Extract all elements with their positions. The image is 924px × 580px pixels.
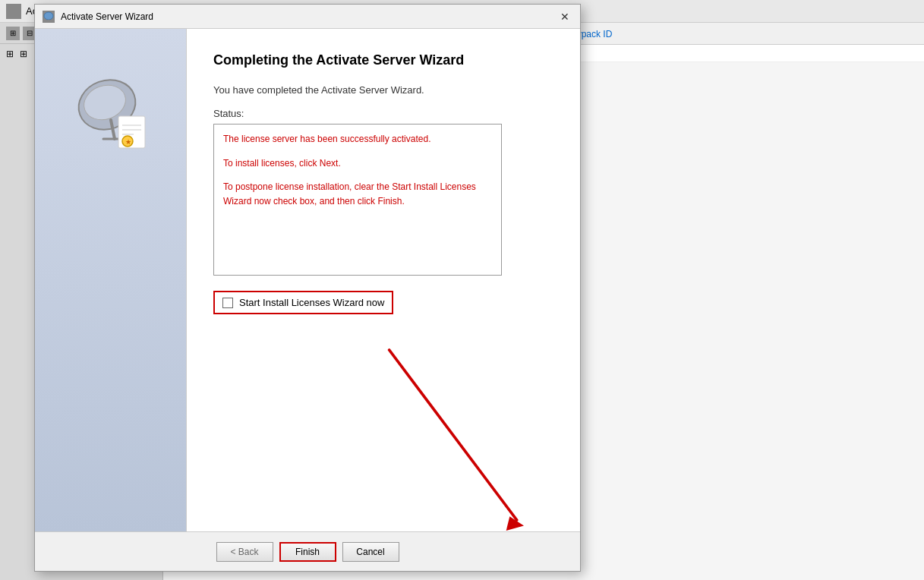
- back-button[interactable]: < Back: [216, 542, 273, 562]
- start-wizard-checkbox[interactable]: [222, 298, 233, 308]
- checkbox-label[interactable]: Start Install Licenses Wizard now: [239, 297, 384, 308]
- wizard-heading: Completing the Activate Server Wizard: [213, 52, 553, 69]
- dialog-title-left: Activate Server Wizard: [43, 11, 153, 23]
- tree-expand-icon: ⊞: [6, 49, 17, 59]
- dialog-left-panel: ★: [35, 29, 187, 531]
- status-line-3: To postpone license installation, clear …: [223, 180, 492, 209]
- dialog-close-button[interactable]: ✕: [557, 9, 572, 24]
- dialog-right-panel: Completing the Activate Server Wizard Yo…: [187, 29, 580, 531]
- dialog-title-icon: [43, 11, 55, 23]
- status-textbox: The license server has been successfully…: [213, 124, 502, 276]
- app-icon: [6, 4, 21, 19]
- sidebar-btn-1[interactable]: ⊞: [6, 27, 20, 40]
- dialog-content: ★ Completing the Activate Server Wizard …: [35, 29, 580, 531]
- cancel-button[interactable]: Cancel: [342, 542, 399, 562]
- dialog-title-text: Activate Server Wizard: [61, 11, 153, 22]
- status-label: Status:: [213, 108, 553, 119]
- app-window: Acti ⊞ ⊟ ⊕ ⊞ ⊞ Available Issued Expiry D…: [0, 0, 924, 580]
- svg-text:★: ★: [125, 138, 131, 146]
- wizard-subtitle: You have completed the Activate Server W…: [213, 84, 553, 96]
- svg-marker-14: [506, 516, 524, 531]
- dialog-button-bar: < Back Finish Cancel: [35, 531, 580, 571]
- dialog-titlebar: Activate Server Wizard ✕: [35, 5, 580, 29]
- arrow-annotation: [354, 310, 566, 531]
- wizard-dialog: Activate Server Wizard ✕: [34, 4, 581, 572]
- tree-item-label: ⊞: [20, 49, 27, 59]
- checkbox-container: Start Install Licenses Wizard now: [213, 291, 393, 314]
- status-line-2: To install licenses, click Next.: [223, 156, 492, 171]
- wizard-image: ★: [61, 59, 160, 158]
- svg-line-13: [389, 350, 517, 520]
- svg-point-0: [44, 12, 53, 20]
- finish-button[interactable]: Finish: [279, 542, 336, 562]
- status-line-1: The license server has been successfully…: [223, 132, 492, 147]
